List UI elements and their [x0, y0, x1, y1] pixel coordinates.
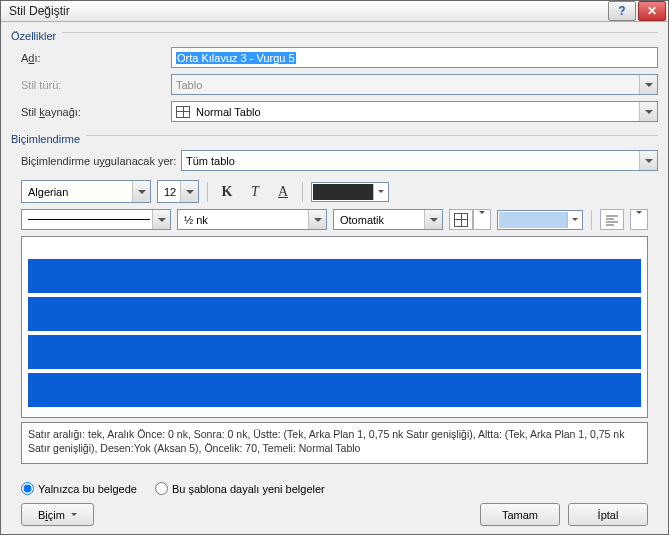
borders-button[interactable]	[449, 209, 473, 230]
border-style-select[interactable]	[21, 209, 171, 230]
name-label: Adı:	[11, 52, 171, 64]
ok-button[interactable]: Tamam	[480, 503, 560, 526]
border-color-select[interactable]: Otomatik	[333, 209, 443, 230]
font-color-swatch	[313, 184, 373, 200]
alignment-button[interactable]	[600, 209, 624, 230]
bold-button[interactable]: K	[216, 181, 238, 203]
scope-document-radio[interactable]: Yalnızca bu belgede	[21, 482, 137, 495]
formatting-group-label: Biçimlendirme	[11, 133, 80, 145]
style-based-label: Stil kaynağı:	[11, 106, 171, 118]
apply-to-select[interactable]: Tüm tablo	[181, 150, 658, 171]
style-based-select[interactable]: Normal Tablo	[171, 101, 658, 122]
modify-style-dialog: Stil Değiştir ? ✕ Özellikler Adı: Orta K…	[0, 0, 669, 535]
table-icon	[176, 105, 190, 119]
dialog-title: Stil Değiştir	[9, 4, 608, 18]
style-type-label: Stil türü:	[11, 79, 171, 91]
fill-color-picker[interactable]	[497, 210, 583, 230]
font-toolbar: Algerian 12 K T A	[21, 180, 658, 203]
table-preview	[28, 257, 641, 409]
border-toolbar: ½ nk Otomatik	[21, 209, 658, 230]
style-name-input[interactable]: Orta Kılavuz 3 - Vurgu 5	[171, 47, 658, 68]
table-preview-box	[21, 236, 648, 418]
titlebar: Stil Değiştir ? ✕	[1, 1, 668, 22]
close-button[interactable]: ✕	[638, 1, 666, 21]
font-name-select[interactable]: Algerian	[21, 180, 151, 203]
style-description: Satır aralığı: tek, Aralık Önce: 0 nk, S…	[21, 422, 648, 464]
alignment-dropdown[interactable]	[630, 209, 648, 230]
scope-template-radio[interactable]: Bu şablona dayalı yeni belgeler	[155, 482, 325, 495]
format-button[interactable]: Biçim	[21, 503, 94, 526]
borders-dropdown[interactable]	[473, 209, 491, 230]
border-weight-select[interactable]: ½ nk	[177, 209, 327, 230]
fill-swatch	[499, 212, 567, 228]
properties-group-label: Özellikler	[11, 30, 56, 42]
italic-button[interactable]: T	[244, 181, 266, 203]
chevron-down-icon	[71, 513, 77, 516]
help-button[interactable]: ?	[608, 1, 636, 21]
cancel-button[interactable]: İptal	[568, 503, 648, 526]
style-type-select: Tablo	[171, 74, 658, 95]
underline-button[interactable]: A	[272, 181, 294, 203]
apply-to-label: Biçimlendirme uygulanacak yer:	[11, 155, 181, 167]
font-size-select[interactable]: 12	[157, 180, 199, 203]
font-color-picker[interactable]	[311, 182, 389, 202]
